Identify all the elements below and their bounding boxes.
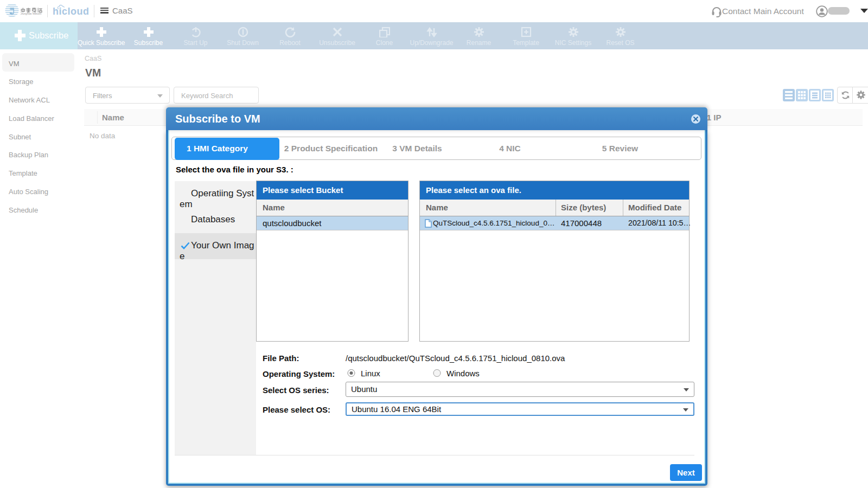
svg-text:Chunghwa Telecom: Chunghwa Telecom xyxy=(21,12,41,15)
svg-text:Subscribe: Subscribe xyxy=(29,30,68,40)
